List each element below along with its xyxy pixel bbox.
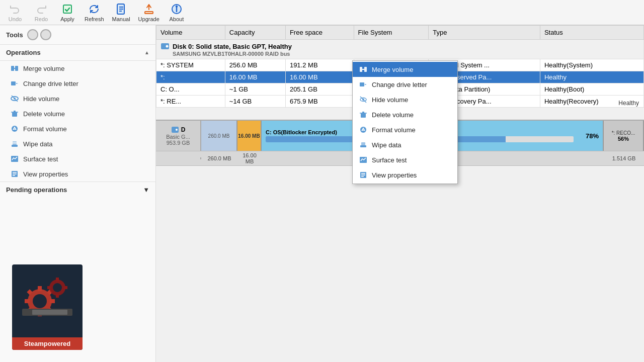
col-capacity: Capacity — [225, 26, 285, 40]
disk0-header-cell: Disk 0: Solid state, Basic GPT, Healthy … — [156, 40, 644, 59]
part-recovery-label: *: RECO... — [612, 130, 635, 136]
wipe-label: Wipe data — [23, 140, 53, 148]
content-area: Volume Capacity Free space File System T… — [156, 25, 644, 362]
ctx-wipe-icon — [359, 140, 368, 149]
part-os-percent: 78% — [586, 132, 599, 140]
row1-status: Healthy — [540, 71, 643, 83]
svg-rect-16 — [12, 112, 17, 117]
context-menu: Merge volume Change drive letter Hide vo… — [352, 60, 458, 184]
ctx-item-delete[interactable]: Delete volume — [353, 107, 457, 122]
row2-volume: C: O... — [156, 83, 225, 96]
part-block-system[interactable]: 260.0 MB — [201, 121, 237, 151]
redo-button[interactable]: Redo — [28, 2, 54, 24]
part-recovery-percent: 56% — [618, 136, 629, 142]
row1-free: 16.00 MB — [285, 71, 354, 83]
ctx-hide-label: Hide volume — [372, 96, 408, 104]
svg-rect-65 — [361, 142, 365, 145]
wipe-icon — [10, 139, 19, 148]
ctx-hide-icon — [359, 95, 368, 104]
part-block-recovery[interactable]: *: RECO... 56% — [604, 121, 644, 151]
tools-label: Tools — [6, 31, 23, 39]
row1-capacity: 16.00 MB — [225, 71, 285, 83]
merge-label: Merge volume — [23, 65, 64, 72]
ctx-change-letter-icon — [359, 80, 368, 89]
row3-status: Healthy(Recovery) — [540, 96, 643, 108]
operations-item-change-letter[interactable]: Change drive letter — [0, 76, 155, 91]
toolbar: Undo Redo Apply Refresh — [0, 0, 644, 25]
operations-item-format[interactable]: Format volume — [0, 121, 155, 136]
operations-item-hide[interactable]: Hide volume — [0, 91, 155, 106]
svg-rect-9 — [11, 66, 14, 71]
sidebar: Tools Operations ▲ Merge volume Change d… — [0, 25, 156, 362]
change-letter-icon — [10, 79, 19, 88]
upgrade-button[interactable]: Upgrade — [134, 2, 164, 24]
undo-button[interactable]: Undo — [2, 2, 28, 24]
pending-label: Pending operations — [6, 186, 67, 194]
operations-section-header[interactable]: Operations ▲ — [0, 45, 155, 61]
ctx-item-properties[interactable]: View properties — [353, 167, 457, 183]
refresh-button[interactable]: Refresh — [80, 2, 108, 24]
tool-icon-1 — [27, 29, 38, 40]
pending-section-header[interactable]: Pending operations ▼ — [0, 182, 155, 198]
operations-item-properties[interactable]: View properties — [0, 166, 155, 182]
disk0-subheader: SAMSUNG MZVLB1T0HALR-00000 RAID bus — [160, 51, 639, 57]
svg-rect-35 — [50, 299, 55, 303]
row1-volume: *: — [156, 71, 225, 83]
ctx-merge-label: Merge volume — [372, 66, 413, 73]
operations-item-delete[interactable]: Delete volume — [0, 106, 155, 121]
disk-size-label: 953.9 GB — [167, 140, 190, 146]
main-area: Tools Operations ▲ Merge volume Change d… — [0, 25, 644, 362]
steam-badge: Steampowered — [12, 264, 83, 350]
ctx-delete-icon — [359, 110, 368, 119]
svg-point-41 — [53, 283, 62, 292]
ctx-item-format[interactable]: Format volume — [353, 122, 457, 137]
svg-point-8 — [176, 6, 177, 7]
manual-button[interactable]: Manual — [108, 2, 134, 24]
svg-rect-43 — [56, 294, 59, 298]
ctx-format-icon — [359, 125, 368, 134]
size-label-0: 260.0 MB — [201, 154, 237, 162]
svg-point-31 — [33, 294, 47, 308]
format-label: Format volume — [23, 125, 67, 133]
operations-item-merge[interactable]: Merge volume — [0, 61, 155, 76]
size-label-1: 16.00 MB — [237, 151, 262, 165]
ctx-item-wipe[interactable]: Wipe data — [353, 137, 457, 152]
disk0-header-text: Disk 0: Solid state, Basic GPT, Healthy — [173, 43, 292, 50]
pending-chevron: ▼ — [143, 186, 149, 194]
steam-gears-area — [12, 264, 83, 337]
col-status: Status — [540, 26, 643, 40]
svg-rect-55 — [360, 82, 364, 86]
svg-rect-59 — [361, 113, 366, 118]
ctx-surface-label: Surface test — [372, 156, 407, 164]
tools-section: Tools — [0, 25, 155, 45]
steam-area: Steampowered — [0, 198, 155, 362]
col-volume: Volume — [156, 26, 225, 40]
disk0-header-row: Disk 0: Solid state, Basic GPT, Healthy … — [156, 40, 644, 59]
ctx-properties-icon — [359, 170, 368, 179]
part-block-reserved[interactable]: 16.00 MB — [237, 121, 262, 151]
ctx-item-hide[interactable]: Hide volume — [353, 92, 457, 107]
col-type: Type — [429, 26, 540, 40]
ctx-item-merge[interactable]: Merge volume — [353, 62, 457, 77]
ctx-item-surface[interactable]: Surface test — [353, 152, 457, 167]
ctx-item-change-letter[interactable]: Change drive letter — [353, 77, 457, 92]
disk-sizes-spacer — [156, 157, 201, 159]
steam-label: Steampowered — [12, 337, 83, 350]
properties-label: View properties — [23, 170, 68, 178]
col-free: Free space — [285, 26, 354, 40]
svg-rect-32 — [38, 286, 42, 291]
row2-status: Healthy(Boot) — [540, 83, 643, 96]
operations-item-surface[interactable]: Surface test — [0, 151, 155, 166]
svg-rect-44 — [47, 286, 51, 289]
row0-volume: *: SYSTEM — [156, 59, 225, 71]
svg-rect-34 — [25, 299, 30, 303]
delete-icon — [10, 109, 19, 118]
svg-point-49 — [166, 45, 169, 48]
tools-icons — [27, 29, 51, 40]
svg-rect-0 — [63, 5, 71, 13]
operations-item-wipe[interactable]: Wipe data — [0, 136, 155, 151]
table-header-row: Volume Capacity Free space File System T… — [156, 26, 644, 40]
apply-button[interactable]: Apply — [54, 2, 80, 24]
about-button[interactable]: About — [164, 2, 190, 24]
row0-status: Healthy(System) — [540, 59, 643, 71]
